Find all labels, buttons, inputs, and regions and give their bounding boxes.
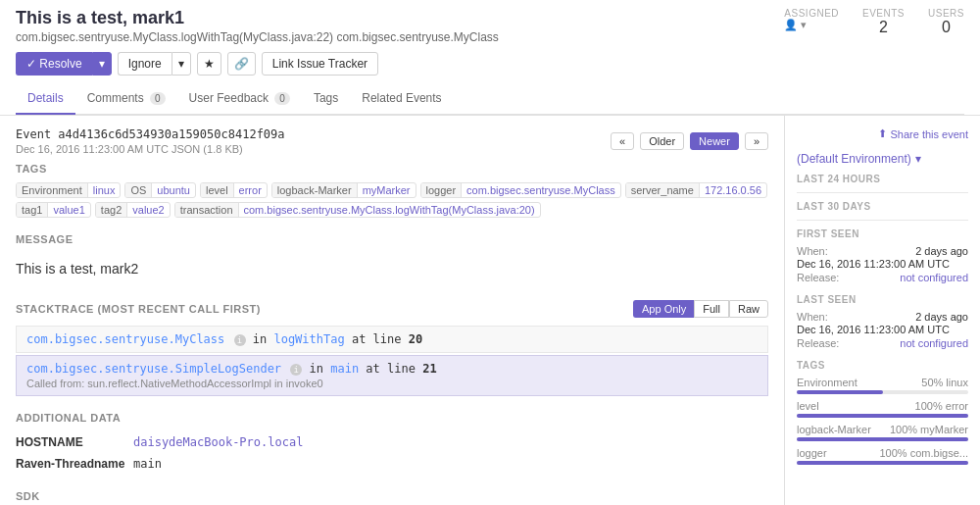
tag-bar-label: Environment 50% linux [797,377,968,388]
tag-value: error [234,183,267,197]
data-value[interactable]: daisydeMacBook-Pro.local [133,435,303,449]
users-count: 0 [928,19,964,36]
stack-frame-class: com.bigsec.sentryuse.SimpleLogSender i i… [26,362,758,376]
resolve-dropdown-button[interactable]: ▾ [92,52,112,76]
events-label: EVENTS [862,8,905,19]
tab-related-events[interactable]: Related Events [350,83,453,115]
tag-item[interactable]: tag1value1 [16,202,91,218]
ignore-dropdown-button[interactable]: ▾ [172,52,191,76]
last-seen-release-value[interactable]: not configured [900,337,968,350]
tag-bar: level 100% error [797,400,968,418]
tag-item[interactable]: server_name172.16.0.56 [625,182,767,198]
tab-tags[interactable]: Tags [302,83,350,115]
tag-value: value1 [48,203,89,217]
first-seen-release-label: Release: [797,272,839,283]
nav-older-button[interactable]: Older [640,132,684,150]
tag-item[interactable]: transactioncom.bigsec.sentryuse.MyClass.… [174,202,541,218]
last-30d-label: LAST 30 DAYS [797,201,968,212]
tag-bar-track [797,437,968,441]
tag-bar-label: logback-Marker 100% myMarker [797,424,968,435]
divider-24h [797,192,968,193]
share-label: Share this event [891,128,969,140]
stack-frame-class: com.bigsec.sentryuse.MyClass i in logWit… [26,332,758,346]
data-row: HOSTNAMEdaisydeMacBook-Pro.local [16,431,768,453]
event-nav: « Older Newer » [611,132,768,150]
sdk-title: SDK [16,490,768,502]
sdk-section: SDK NameRaven-JavaVersion7.8.1-41g17 [16,490,768,505]
last-seen-release-label: Release: [797,337,839,349]
tags-container: EnvironmentlinuxOSubuntulevelerrorlogbac… [16,182,768,218]
stack-frame[interactable]: com.bigsec.sentryuse.MyClass i in logWit… [16,326,768,353]
issue-title: This is a test, mark1 [16,8,784,28]
tag-value: ubuntu [152,183,195,197]
tag-key: OS [125,183,152,197]
data-row: Raven-Threadnamemain [16,453,768,475]
event-info: Event a4d4136c6d534930a159050c8412f09a D… [16,127,768,155]
ignore-group: Ignore ▾ [118,52,191,76]
tag-bar-track [797,461,968,465]
tag-value: 172.16.0.56 [700,183,766,197]
nav-oldest-button[interactable]: « [611,132,634,150]
first-seen-release-value[interactable]: not configured [900,272,968,284]
stack-frames: com.bigsec.sentryuse.MyClass i in logWit… [16,326,768,396]
tag-key: transaction [175,203,239,217]
additional-data-section: ADDITIONAL DATA HOSTNAMEdaisydeMacBook-P… [16,412,768,475]
info-icon[interactable]: i [234,334,246,346]
tag-key: logback-Marker [272,183,358,197]
assigned-icon[interactable]: 👤 ▾ [784,19,807,31]
link-button[interactable]: 🔗 [227,52,256,76]
tag-key: logger [421,183,463,197]
last-seen-stat: When: 2 days ago Dec 16, 2016 11:23:00 A… [797,311,968,350]
data-key: Raven-Threadname [16,457,133,471]
resolve-group: ✓ Resolve ▾ [16,52,112,76]
link-tracker-button[interactable]: Link Issue Tracker [262,52,378,76]
chevron-down-icon: ▾ [915,152,921,166]
event-id: Event a4d4136c6d534930a159050c8412f09a [16,127,285,141]
last-24h-label: LAST 24 HOURS [797,174,968,184]
tag-bar-fill [797,390,883,394]
assigned-label: ASSIGNED [784,8,839,19]
nav-newest-button[interactable]: » [745,132,768,150]
share-button[interactable]: ⬆ Share this event [797,127,968,140]
tab-details[interactable]: Details [16,83,75,115]
tag-item[interactable]: Environmentlinux [16,182,121,198]
star-button[interactable]: ★ [197,52,221,76]
assigned-stat: ASSIGNED 👤 ▾ [784,8,839,36]
nav-newer-button[interactable]: Newer [690,132,739,150]
tag-item[interactable]: tag2value2 [95,202,171,218]
btn-raw[interactable]: Raw [729,300,768,318]
info-icon[interactable]: i [290,364,302,376]
tag-value: value2 [127,203,169,217]
page: This is a test, mark1 com.bigsec.sentryu… [0,0,980,505]
tag-key: Environment [17,183,88,197]
events-stat: EVENTS 2 [862,8,905,36]
sidebar-tags-label: Tags [797,360,968,371]
first-seen-date: Dec 16, 2016 11:23:00 AM UTC [797,258,968,270]
ignore-button[interactable]: Ignore [118,52,172,76]
message-section: MESSAGE This is a test, mark2 [16,233,768,284]
tag-value: myMarker [358,183,416,197]
data-value: main [133,457,162,471]
tag-item[interactable]: OSubuntu [124,182,196,198]
side-panel: ⬆ Share this event (Default Environment)… [784,116,980,505]
tag-bar: logback-Marker 100% myMarker [797,424,968,441]
tab-comments[interactable]: Comments 0 [75,83,177,115]
resolve-button[interactable]: ✓ Resolve [16,52,92,76]
btn-full[interactable]: Full [694,300,729,318]
tag-key: tag2 [96,203,127,217]
tag-bar-label: level 100% error [797,400,968,412]
comments-badge: 0 [150,92,166,105]
first-seen-label: FIRST SEEN [797,228,968,239]
tab-user-feedback[interactable]: User Feedback 0 [177,83,302,115]
last-seen-date: Dec 16, 2016 11:23:00 AM UTC [797,324,968,335]
tag-bar-fill [797,414,968,418]
tag-item[interactable]: levelerror [200,182,268,198]
stacktrace-title: STACKTRACE (most recent call first) [16,303,261,315]
divider-30d [797,220,968,221]
first-seen-when-label: When: [797,245,828,257]
tag-item[interactable]: logback-MarkermyMarker [271,182,416,198]
tag-item[interactable]: loggercom.bigsec.sentryuse.MyClass [420,182,621,198]
stack-frame[interactable]: com.bigsec.sentryuse.SimpleLogSender i i… [16,355,768,396]
env-selector[interactable]: (Default Environment) ▾ [797,152,968,166]
btn-app-only[interactable]: App Only [633,300,694,318]
